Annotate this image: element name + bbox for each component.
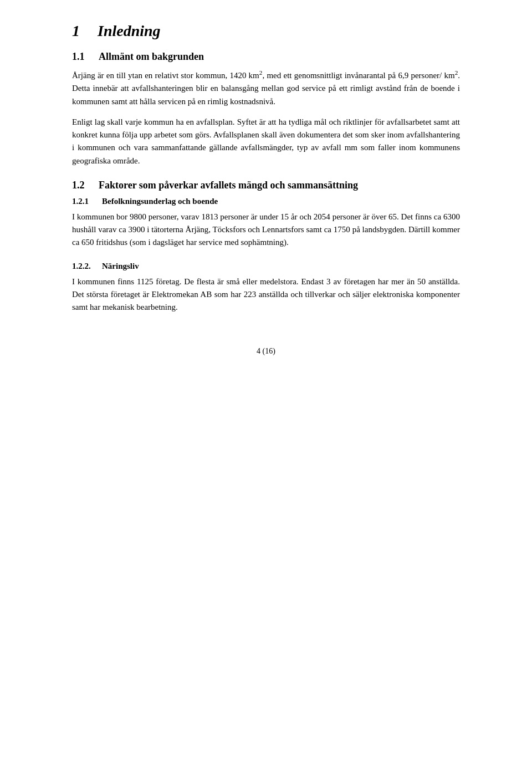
document-page: 1 Inledning 1.1 Allmänt om bakgrunden År… — [72, 22, 460, 745]
section-1-1-number: 1.1 — [72, 51, 92, 63]
subsection-1-2-2-number: 1.2.2. — [72, 262, 95, 271]
section-1-2-number: 1.2 — [72, 180, 92, 191]
subsection-1-2-1-para-1: I kommunen bor 9800 personer, varav 1813… — [72, 211, 460, 249]
section-1-1-para-1: Årjäng är en till ytan en relativt stor … — [72, 68, 460, 108]
page-number: 4 (16) — [257, 347, 275, 355]
subsection-1-2-2-title: Näringsliv — [102, 262, 139, 271]
section-1-1-para-2: Enligt lag skall varje kommun ha en avfa… — [72, 116, 460, 167]
section-1-2-header: 1.2 Faktorer som påverkar avfallets mäng… — [72, 180, 460, 191]
section-1-1-title: Allmänt om bakgrunden — [99, 51, 204, 63]
subsection-1-2-2: 1.2.2. Näringsliv I kommunen finns 1125 … — [72, 262, 460, 314]
chapter-title: Inledning — [98, 22, 161, 40]
subsection-1-2-2-header: 1.2.2. Näringsliv — [72, 262, 460, 271]
section-1-2-title: Faktorer som påverkar avfallets mängd oc… — [99, 180, 358, 191]
subsection-1-2-2-para-1: I kommunen finns 1125 företag. De flesta… — [72, 275, 460, 314]
subsection-1-2-1-number: 1.2.1 — [72, 197, 95, 206]
chapter-header: 1 Inledning — [72, 22, 460, 40]
subsection-1-2-1-header: 1.2.1 Befolkningsunderlag och boende — [72, 197, 460, 206]
section-1-2: 1.2 Faktorer som påverkar avfallets mäng… — [72, 180, 460, 314]
subsection-1-2-1: 1.2.1 Befolkningsunderlag och boende I k… — [72, 197, 460, 249]
page-footer: 4 (16) — [72, 347, 460, 356]
section-1-1: 1.1 Allmänt om bakgrunden Årjäng är en t… — [72, 51, 460, 167]
section-1-1-header: 1.1 Allmänt om bakgrunden — [72, 51, 460, 63]
subsection-1-2-1-title: Befolkningsunderlag och boende — [102, 197, 218, 206]
chapter-number: 1 — [72, 22, 89, 40]
